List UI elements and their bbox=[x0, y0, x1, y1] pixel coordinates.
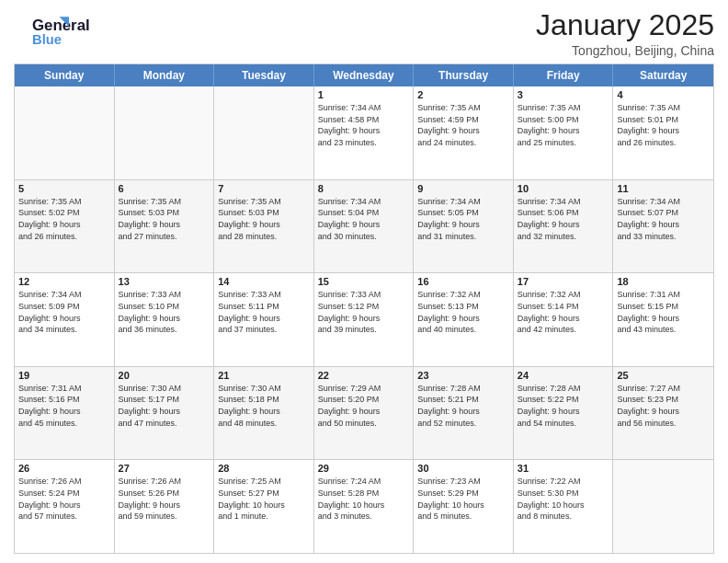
day-info: Sunrise: 7:34 AM Sunset: 4:58 PM Dayligh… bbox=[318, 102, 410, 148]
day-info: Sunrise: 7:28 AM Sunset: 5:21 PM Dayligh… bbox=[417, 383, 509, 429]
day-info: Sunrise: 7:35 AM Sunset: 4:59 PM Dayligh… bbox=[417, 102, 509, 148]
day-info: Sunrise: 7:23 AM Sunset: 5:29 PM Dayligh… bbox=[417, 476, 509, 522]
day-number: 6 bbox=[119, 183, 210, 194]
week-row-3: 12Sunrise: 7:34 AM Sunset: 5:09 PM Dayli… bbox=[15, 272, 713, 366]
calendar-body: 1Sunrise: 7:34 AM Sunset: 4:58 PM Daylig… bbox=[15, 86, 713, 553]
logo-icon: General Blue bbox=[14, 13, 87, 50]
day-header-tuesday: Tuesday bbox=[214, 64, 314, 86]
day-info: Sunrise: 7:28 AM Sunset: 5:22 PM Dayligh… bbox=[518, 383, 609, 429]
day-info: Sunrise: 7:30 AM Sunset: 5:18 PM Dayligh… bbox=[218, 383, 310, 429]
day-cell bbox=[613, 460, 713, 553]
day-info: Sunrise: 7:29 AM Sunset: 5:20 PM Dayligh… bbox=[318, 383, 410, 429]
day-number: 27 bbox=[119, 463, 210, 474]
day-cell bbox=[15, 86, 115, 179]
title-block: January 2025 Tongzhou, Beijing, China bbox=[536, 9, 714, 58]
day-info: Sunrise: 7:33 AM Sunset: 5:12 PM Dayligh… bbox=[318, 289, 410, 335]
day-cell: 21Sunrise: 7:30 AM Sunset: 5:18 PM Dayli… bbox=[214, 367, 314, 460]
day-number: 12 bbox=[18, 276, 110, 287]
day-info: Sunrise: 7:33 AM Sunset: 5:11 PM Dayligh… bbox=[218, 289, 310, 335]
day-header-saturday: Saturday bbox=[613, 64, 713, 86]
day-number: 3 bbox=[518, 89, 609, 100]
week-row-4: 19Sunrise: 7:31 AM Sunset: 5:16 PM Dayli… bbox=[15, 366, 713, 460]
day-number: 2 bbox=[417, 89, 509, 100]
day-info: Sunrise: 7:32 AM Sunset: 5:14 PM Dayligh… bbox=[518, 289, 609, 335]
day-number: 18 bbox=[617, 276, 710, 287]
day-cell: 4Sunrise: 7:35 AM Sunset: 5:01 PM Daylig… bbox=[613, 86, 713, 179]
day-cell: 8Sunrise: 7:34 AM Sunset: 5:04 PM Daylig… bbox=[314, 180, 415, 273]
day-header-wednesday: Wednesday bbox=[314, 64, 415, 86]
day-cell: 27Sunrise: 7:26 AM Sunset: 5:26 PM Dayli… bbox=[115, 460, 215, 553]
day-info: Sunrise: 7:35 AM Sunset: 5:02 PM Dayligh… bbox=[18, 196, 110, 242]
day-number: 13 bbox=[119, 276, 210, 287]
day-header-sunday: Sunday bbox=[15, 64, 115, 86]
day-number: 11 bbox=[617, 183, 710, 194]
header: General Blue January 2025 Tongzhou, Beij… bbox=[14, 9, 714, 58]
page: General Blue January 2025 Tongzhou, Beij… bbox=[0, 0, 728, 563]
day-cell: 5Sunrise: 7:35 AM Sunset: 5:02 PM Daylig… bbox=[15, 180, 115, 273]
day-number: 17 bbox=[518, 276, 609, 287]
day-cell: 29Sunrise: 7:24 AM Sunset: 5:28 PM Dayli… bbox=[314, 460, 415, 553]
day-cell: 3Sunrise: 7:35 AM Sunset: 5:00 PM Daylig… bbox=[514, 86, 614, 179]
day-info: Sunrise: 7:30 AM Sunset: 5:17 PM Dayligh… bbox=[119, 383, 210, 429]
day-cell: 24Sunrise: 7:28 AM Sunset: 5:22 PM Dayli… bbox=[514, 367, 614, 460]
week-row-1: 1Sunrise: 7:34 AM Sunset: 4:58 PM Daylig… bbox=[15, 86, 713, 179]
day-cell: 22Sunrise: 7:29 AM Sunset: 5:20 PM Dayli… bbox=[314, 367, 415, 460]
day-cell: 1Sunrise: 7:34 AM Sunset: 4:58 PM Daylig… bbox=[314, 86, 415, 179]
day-info: Sunrise: 7:34 AM Sunset: 5:06 PM Dayligh… bbox=[518, 196, 609, 242]
day-info: Sunrise: 7:31 AM Sunset: 5:15 PM Dayligh… bbox=[617, 289, 710, 335]
day-cell: 19Sunrise: 7:31 AM Sunset: 5:16 PM Dayli… bbox=[15, 367, 115, 460]
day-number: 19 bbox=[18, 370, 110, 381]
day-cell: 18Sunrise: 7:31 AM Sunset: 5:15 PM Dayli… bbox=[613, 273, 713, 366]
day-number: 23 bbox=[417, 370, 509, 381]
day-cell: 17Sunrise: 7:32 AM Sunset: 5:14 PM Dayli… bbox=[514, 273, 614, 366]
day-number: 7 bbox=[218, 183, 310, 194]
day-cell: 31Sunrise: 7:22 AM Sunset: 5:30 PM Dayli… bbox=[514, 460, 614, 553]
day-info: Sunrise: 7:26 AM Sunset: 5:24 PM Dayligh… bbox=[18, 476, 110, 522]
day-number: 30 bbox=[417, 463, 509, 474]
day-number: 1 bbox=[318, 89, 410, 100]
day-cell: 2Sunrise: 7:35 AM Sunset: 4:59 PM Daylig… bbox=[414, 86, 514, 179]
day-header-thursday: Thursday bbox=[414, 64, 514, 86]
day-cell: 15Sunrise: 7:33 AM Sunset: 5:12 PM Dayli… bbox=[314, 273, 415, 366]
day-info: Sunrise: 7:24 AM Sunset: 5:28 PM Dayligh… bbox=[318, 476, 410, 522]
day-cell: 12Sunrise: 7:34 AM Sunset: 5:09 PM Dayli… bbox=[15, 273, 115, 366]
day-number: 8 bbox=[318, 183, 410, 194]
day-number: 15 bbox=[318, 276, 410, 287]
day-number: 31 bbox=[518, 463, 609, 474]
day-cell: 23Sunrise: 7:28 AM Sunset: 5:21 PM Dayli… bbox=[414, 367, 514, 460]
logo: General Blue bbox=[14, 9, 87, 50]
day-number: 14 bbox=[218, 276, 310, 287]
month-title: January 2025 bbox=[536, 9, 714, 41]
day-cell: 7Sunrise: 7:35 AM Sunset: 5:03 PM Daylig… bbox=[214, 180, 314, 273]
calendar-header: SundayMondayTuesdayWednesdayThursdayFrid… bbox=[15, 64, 713, 86]
day-cell: 28Sunrise: 7:25 AM Sunset: 5:27 PM Dayli… bbox=[214, 460, 314, 553]
day-cell: 30Sunrise: 7:23 AM Sunset: 5:29 PM Dayli… bbox=[414, 460, 514, 553]
day-cell: 13Sunrise: 7:33 AM Sunset: 5:10 PM Dayli… bbox=[115, 273, 215, 366]
location: Tongzhou, Beijing, China bbox=[536, 43, 714, 58]
day-number: 28 bbox=[218, 463, 310, 474]
day-number: 16 bbox=[417, 276, 509, 287]
day-number: 10 bbox=[518, 183, 609, 194]
day-info: Sunrise: 7:34 AM Sunset: 5:07 PM Dayligh… bbox=[617, 196, 710, 242]
day-number: 26 bbox=[18, 463, 110, 474]
day-info: Sunrise: 7:35 AM Sunset: 5:03 PM Dayligh… bbox=[119, 196, 210, 242]
day-cell bbox=[214, 86, 314, 179]
day-cell bbox=[115, 86, 215, 179]
day-number: 29 bbox=[318, 463, 410, 474]
day-info: Sunrise: 7:34 AM Sunset: 5:05 PM Dayligh… bbox=[417, 196, 509, 242]
day-cell: 6Sunrise: 7:35 AM Sunset: 5:03 PM Daylig… bbox=[115, 180, 215, 273]
day-number: 9 bbox=[417, 183, 509, 194]
day-cell: 25Sunrise: 7:27 AM Sunset: 5:23 PM Dayli… bbox=[613, 367, 713, 460]
svg-text:Blue: Blue bbox=[32, 32, 62, 47]
day-info: Sunrise: 7:26 AM Sunset: 5:26 PM Dayligh… bbox=[119, 476, 210, 522]
day-number: 5 bbox=[18, 183, 110, 194]
day-cell: 16Sunrise: 7:32 AM Sunset: 5:13 PM Dayli… bbox=[414, 273, 514, 366]
day-info: Sunrise: 7:22 AM Sunset: 5:30 PM Dayligh… bbox=[518, 476, 609, 522]
day-header-friday: Friday bbox=[514, 64, 614, 86]
day-number: 21 bbox=[218, 370, 310, 381]
week-row-2: 5Sunrise: 7:35 AM Sunset: 5:02 PM Daylig… bbox=[15, 179, 713, 273]
day-info: Sunrise: 7:32 AM Sunset: 5:13 PM Dayligh… bbox=[417, 289, 509, 335]
day-cell: 14Sunrise: 7:33 AM Sunset: 5:11 PM Dayli… bbox=[214, 273, 314, 366]
day-cell: 11Sunrise: 7:34 AM Sunset: 5:07 PM Dayli… bbox=[613, 180, 713, 273]
day-number: 20 bbox=[119, 370, 210, 381]
